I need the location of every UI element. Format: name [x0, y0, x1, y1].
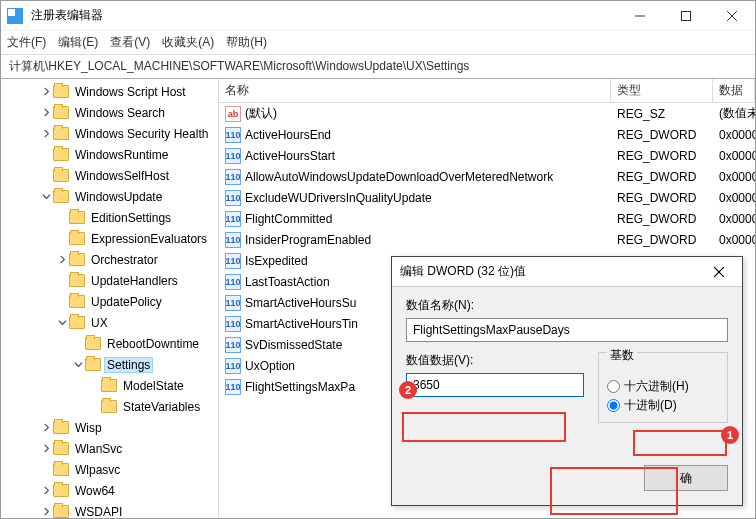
tree-item[interactable]: Settings	[1, 354, 218, 375]
menu-file[interactable]: 文件(F)	[7, 34, 46, 51]
tree-item[interactable]: WindowsSelfHost	[1, 165, 218, 186]
value-name-input[interactable]	[406, 318, 728, 342]
value-row[interactable]: 110FlightCommittedREG_DWORD0x0000	[219, 208, 755, 229]
tree-item-label: WSDAPI	[72, 504, 125, 519]
chevron-down-icon[interactable]	[55, 318, 69, 327]
value-row[interactable]: 110ActiveHoursStartREG_DWORD0x0000	[219, 145, 755, 166]
radio-dec[interactable]: 十进制(D)	[607, 397, 719, 414]
menu-help[interactable]: 帮助(H)	[226, 34, 267, 51]
tree-item[interactable]: Wlpasvc	[1, 459, 218, 480]
value-name: InsiderProgramEnabled	[245, 233, 371, 247]
tree-item[interactable]: EditionSettings	[1, 207, 218, 228]
tree-item-label: Windows Script Host	[72, 84, 189, 100]
tree-item-label: UpdatePolicy	[88, 294, 165, 310]
close-button[interactable]	[709, 1, 755, 31]
tree-item[interactable]: Windows Security Health	[1, 123, 218, 144]
tree-item[interactable]: UpdateHandlers	[1, 270, 218, 291]
folder-icon	[53, 127, 69, 140]
value-name: LastToastAction	[245, 275, 330, 289]
tree-item[interactable]: Windows Search	[1, 102, 218, 123]
app-icon	[7, 8, 23, 24]
tree-item[interactable]: WindowsUpdate	[1, 186, 218, 207]
value-name: SvDismissedState	[245, 338, 342, 352]
chevron-right-icon[interactable]	[39, 108, 53, 117]
dword-value-icon: 110	[225, 232, 241, 248]
value-data: 0x0000	[713, 191, 755, 205]
tree-item[interactable]: WindowsRuntime	[1, 144, 218, 165]
value-name: UxOption	[245, 359, 295, 373]
tree-item[interactable]: UpdatePolicy	[1, 291, 218, 312]
value-data: 0x0000	[713, 170, 755, 184]
dword-value-icon: 110	[225, 169, 241, 185]
value-row[interactable]: 110ExcludeWUDriversInQualityUpdateREG_DW…	[219, 187, 755, 208]
value-name: AllowAutoWindowsUpdateDownloadOverMetere…	[245, 170, 553, 184]
dword-value-icon: 110	[225, 358, 241, 374]
value-type: REG_SZ	[611, 107, 713, 121]
value-data: 0x0000	[713, 128, 755, 142]
tree-item[interactable]: Wow64	[1, 480, 218, 501]
folder-icon	[69, 253, 85, 266]
tree-item-label: WindowsSelfHost	[72, 168, 172, 184]
tree-item[interactable]: ExpressionEvaluators	[1, 228, 218, 249]
dialog-close-button[interactable]	[704, 257, 734, 287]
value-data-input[interactable]	[406, 373, 584, 397]
chevron-right-icon[interactable]	[39, 423, 53, 432]
tree-item-label: EditionSettings	[88, 210, 174, 226]
col-type[interactable]: 类型	[611, 79, 713, 102]
folder-icon	[69, 316, 85, 329]
value-type: REG_DWORD	[611, 191, 713, 205]
tree-item[interactable]: UX	[1, 312, 218, 333]
tree-item[interactable]: Windows Script Host	[1, 81, 218, 102]
tree-item-label: RebootDowntime	[104, 336, 202, 352]
menu-edit[interactable]: 编辑(E)	[58, 34, 98, 51]
value-type: REG_DWORD	[611, 233, 713, 247]
value-data: (数值未	[713, 105, 755, 122]
menu-favorites[interactable]: 收藏夹(A)	[162, 34, 214, 51]
dword-value-icon: 110	[225, 379, 241, 395]
chevron-right-icon[interactable]	[55, 255, 69, 264]
tree-item[interactable]: Wisp	[1, 417, 218, 438]
menu-view[interactable]: 查看(V)	[110, 34, 150, 51]
tree-panel[interactable]: Windows Script HostWindows SearchWindows…	[1, 79, 219, 518]
value-data: 0x0000	[713, 149, 755, 163]
value-row[interactable]: 110ActiveHoursEndREG_DWORD0x0000	[219, 124, 755, 145]
tree-item[interactable]: StateVariables	[1, 396, 218, 417]
tree-item-label: Windows Security Health	[72, 126, 211, 142]
chevron-right-icon[interactable]	[39, 87, 53, 96]
tree-item[interactable]: WlanSvc	[1, 438, 218, 459]
tree-item[interactable]: WSDAPI	[1, 501, 218, 518]
chevron-right-icon[interactable]	[39, 507, 53, 516]
annotation-box-ok	[550, 467, 678, 515]
tree-item[interactable]: ModelState	[1, 375, 218, 396]
value-name: (默认)	[245, 105, 277, 122]
base-legend: 基数	[607, 347, 637, 364]
maximize-button[interactable]	[663, 1, 709, 31]
folder-icon	[69, 295, 85, 308]
tree-item-label: WindowsUpdate	[72, 189, 165, 205]
folder-icon	[53, 148, 69, 161]
col-name[interactable]: 名称	[219, 79, 611, 102]
value-type: REG_DWORD	[611, 149, 713, 163]
folder-icon	[53, 106, 69, 119]
value-name: IsExpedited	[245, 254, 308, 268]
minimize-button[interactable]	[617, 1, 663, 31]
value-row[interactable]: 110InsiderProgramEnabledREG_DWORD0x0000	[219, 229, 755, 250]
value-row[interactable]: ab(默认)REG_SZ(数值未	[219, 103, 755, 124]
value-name: SmartActiveHoursSu	[245, 296, 356, 310]
chevron-right-icon[interactable]	[39, 129, 53, 138]
radio-hex[interactable]: 十六进制(H)	[607, 378, 719, 395]
address-bar[interactable]: 计算机\HKEY_LOCAL_MACHINE\SOFTWARE\Microsof…	[1, 55, 755, 79]
chevron-right-icon[interactable]	[39, 486, 53, 495]
tree-item[interactable]: RebootDowntime	[1, 333, 218, 354]
value-type: REG_DWORD	[611, 212, 713, 226]
chevron-down-icon[interactable]	[39, 192, 53, 201]
tree-item-label: WindowsRuntime	[72, 147, 171, 163]
chevron-down-icon[interactable]	[71, 360, 85, 369]
chevron-right-icon[interactable]	[39, 444, 53, 453]
value-row[interactable]: 110AllowAutoWindowsUpdateDownloadOverMet…	[219, 166, 755, 187]
tree-item[interactable]: Orchestrator	[1, 249, 218, 270]
folder-icon	[53, 421, 69, 434]
folder-icon	[53, 169, 69, 182]
col-data[interactable]: 数据	[713, 79, 755, 102]
folder-icon	[53, 505, 69, 518]
